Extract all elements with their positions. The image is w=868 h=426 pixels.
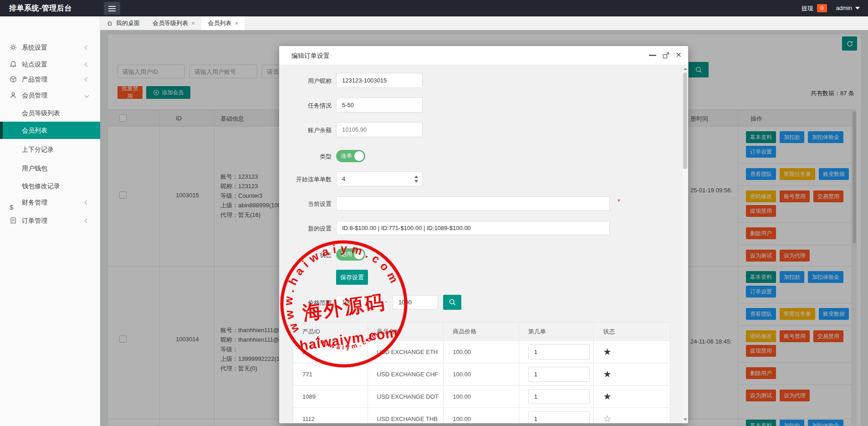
toggle-knob [354,250,364,259]
order-number-cell [519,385,594,407]
new-setting-label: 新的设置 [285,225,332,233]
task-label: 任务情况 [285,102,332,110]
scrollbar-thumb[interactable] [683,72,687,169]
nickname-input[interactable] [336,73,423,88]
hamburger-menu-icon[interactable] [104,2,120,15]
product-id: 1089 [293,385,368,407]
star-filled-icon[interactable]: ★ [603,391,611,402]
sidebar-item-系统设置[interactable]: 系统设置 [0,39,100,56]
tab-会员列表[interactable]: 会员列表× [201,16,245,30]
product-table: 产品ID商品名称商品价格第几单状态8USD EXCHANGE ETH100.00… [293,322,670,423]
product-row: 1089USD EXCHANGE DOT100.00★ [293,385,670,408]
product-col-header: 状态 [594,323,670,340]
sidebar-item-用户钱包[interactable]: 用户钱包 [0,159,100,177]
chevron-left-icon [85,200,89,205]
start-count-label: 开始连单单数 [285,175,332,184]
new-setting-input[interactable] [336,221,610,235]
chevron-left-icon [85,46,89,50]
star-filled-icon[interactable]: ★ [603,346,611,357]
required-asterisk: * [618,197,620,205]
user-menu[interactable]: admin [836,5,860,11]
product-col-header: 产品ID [293,323,368,340]
chevron-left-icon [85,219,89,223]
tab-label: 我的桌面 [116,16,140,30]
close-icon[interactable]: × [191,20,195,26]
sidebar-nav: 系统设置站点设置产品管理会员管理会员等级列表会员列表上下分记录用户钱包钱包修改记… [0,16,100,426]
product-table-header: 产品ID商品名称商品价格第几单状态 [293,323,670,341]
sidebar-item-订单管理[interactable]: 订单管理 [0,212,100,229]
sidebar-item-产品管理[interactable]: 产品管理 [0,71,100,88]
sidebar-subitem-label: 会员列表 [22,122,47,139]
sidebar-item-会员等级列表[interactable]: 会员等级列表 [0,104,100,122]
price-max-input[interactable] [393,295,438,309]
sidebar-subitem-label: 会员等级列表 [22,104,60,122]
price-min-input[interactable] [336,295,382,309]
tab-我的桌面[interactable]: 我的桌面 [100,16,146,30]
price-range-separator: - [385,298,387,305]
scroll-down-icon[interactable] [684,418,687,421]
withdraw-label: 提现 [802,5,813,12]
orders-icon [10,217,17,224]
task-input[interactable] [336,98,423,113]
user-icon [10,92,17,99]
tab-bar: 我的桌面会员等级列表×会员列表× [100,16,868,30]
product-row: 771USD EXCHANGE CHF100.00★ [293,363,670,385]
order-number-input[interactable] [528,367,590,382]
app-window: 排单系统-管理后台 提现0 admin 我的桌面会员等级列表×会员列表× 系统设… [0,0,868,426]
product-name: USD EXCHANGE CHF [368,363,444,385]
chevron-down-icon [85,93,89,98]
product-col-header: 商品价格 [444,323,519,340]
product-col-header: 第几单 [519,323,594,340]
price-range-label: 价格范围 [285,299,332,307]
tab-会员等级列表[interactable]: 会员等级列表× [146,16,201,30]
modal-scrollbar[interactable] [682,65,688,423]
sidebar-item-会员管理[interactable]: 会员管理 [0,87,100,104]
sidebar-subitem-label: 钱包修改记录 [22,177,60,195]
sidebar-item-钱包修改记录[interactable]: 钱包修改记录 [0,177,100,195]
cube-icon [10,76,17,83]
balance-label: 账户余额 [285,126,332,134]
modal-title: 编辑订单设置 [291,52,330,60]
chevron-left-icon [85,77,89,82]
status-cell: ★ [594,341,670,363]
tab-label: 会员列表 [208,16,231,30]
star-outline-icon[interactable]: ☆ [603,413,611,423]
close-icon[interactable]: × [235,20,238,26]
current-setting-input[interactable] [336,196,610,210]
order-number-input[interactable] [528,389,590,404]
number-spinner-icon[interactable] [414,175,419,183]
product-price: 100.00 [444,341,519,363]
bell-icon [10,61,17,68]
sidebar-item-上下分记录[interactable]: 上下分记录 [0,141,100,158]
start-count-input[interactable] [336,171,423,186]
order-number-cell [519,363,594,385]
price-search-button[interactable] [443,295,461,310]
product-id: 771 [293,363,368,385]
order-number-cell [519,341,594,363]
product-price: 100.00 [444,363,519,385]
order-number-input[interactable] [528,411,590,424]
star-filled-icon[interactable]: ★ [603,369,611,380]
withdraw-menu[interactable]: 提现0 [802,4,827,13]
product-price: 100.00 [444,385,519,407]
tab-label: 会员等级列表 [153,16,188,30]
sidebar-item-label: 财务管理 [22,194,47,211]
sidebar-item-财务管理[interactable]: $财务管理 [0,194,100,211]
balance-input[interactable] [336,122,423,137]
order-number-input[interactable] [528,344,590,359]
modal-header[interactable]: 编辑订单设置 × [279,46,688,65]
product-name: USD EXCHANGE ETH [368,341,444,363]
maximize-icon[interactable] [663,52,669,61]
status-toggle[interactable]: 启用 [336,248,365,261]
status-cell: ☆ [594,408,670,423]
current-setting-label: 当前设置 [285,200,332,208]
product-row: 8USD EXCHANGE ETH100.00★ [293,341,670,363]
save-settings-button[interactable]: 保存设置 [336,270,368,285]
sidebar-item-会员列表[interactable]: 会员列表 [0,122,100,139]
close-icon[interactable]: × [676,49,681,60]
scroll-up-icon[interactable] [684,67,687,70]
minimize-icon[interactable] [649,55,656,56]
type-toggle[interactable]: 连单 [336,150,365,162]
product-id: 1112 [293,408,368,423]
top-bar: 排单系统-管理后台 提现0 admin [0,0,868,16]
